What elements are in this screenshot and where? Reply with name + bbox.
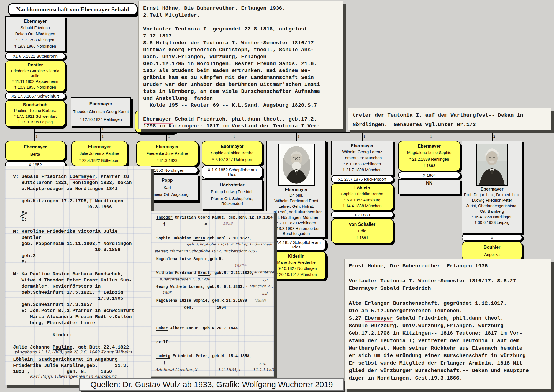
surname: Ebermayer — [400, 144, 458, 149]
surname: Ebermayer — [138, 144, 196, 149]
marriage-text: X 2.4.1857 Schopflohe am Ries — [269, 240, 324, 249]
underline-mark — [170, 289, 203, 289]
surname: Ebermayer — [204, 144, 261, 149]
marriage-text: X 1864 — [423, 173, 436, 178]
red-underline — [70, 179, 95, 180]
given-names: Pauline Rosine Barbara — [7, 108, 63, 113]
source-caption: Quellen: Dr. Gustav Wulz ab 1933, Grafik… — [79, 378, 344, 391]
marriage-pill-1: X1 27.7.1875 Rückersdorf — [331, 176, 393, 183]
handwritten-note: stetter, Pfarrer in Schopflohe 1852, Rüc… — [155, 249, 257, 253]
handwritten-note: Adelheid Caroline,X — [155, 367, 197, 372]
death-line: † 30.6.1933 Leipzig — [464, 220, 520, 225]
genealogy-chart: 1 1 1 1 1 1 1 1 1 2 Nachkommenschaft von… — [0, 0, 554, 392]
birth-line: * 6.4.1852 Augsburg — [333, 198, 391, 203]
portrait-photo-ludwig — [476, 144, 508, 186]
birth-line: * 11.11.1802 Pappenheim — [7, 79, 63, 84]
birth-line: * 15.4.1858 Nördlingen — [464, 214, 520, 219]
person-box-von-schaller: von Schaller Edle † 1891 — [331, 219, 393, 244]
title-line: Dr. phil. — [268, 193, 324, 198]
document-wulz-left: V: Sebald Friedrich Ebermayer, Pfarrer z… — [5, 166, 151, 385]
marriage-pill: X — [462, 234, 522, 241]
descent-rail — [34, 132, 493, 133]
marriage-pill-1: X1 6.5.1821 Büttelbronn — [5, 53, 65, 60]
given-names: Berta — [7, 152, 63, 157]
birth-line: * 9.10.1827 Nördlingen — [268, 266, 324, 271]
surname: Bundschuh — [7, 103, 63, 107]
handwritten-note: s.d. — [259, 361, 266, 366]
handwritten-note: 1826± — [234, 263, 247, 268]
marriage-pill-2: X2 1889 — [331, 211, 393, 218]
death-line: † 19.3.1866 Nördlingen — [7, 44, 63, 49]
person-box-ebermayer-sebald: Ebermayer Sebald Friedrich Dekan Ort: Nö… — [5, 16, 65, 52]
document-kanut-center: Theodor Christian Georg Kanut, geb.Rehl.… — [151, 211, 274, 377]
occupation: Forstrat Ort: München — [333, 155, 391, 160]
underline-mark — [198, 275, 210, 276]
place-line: Ort: Nördlingen, München — [268, 215, 324, 220]
birth-line: * 2.11.1829 Rehlingen — [268, 221, 324, 226]
birth-line: * 21.2.1838 Rehlingen — [400, 157, 458, 162]
given-names: Friederike Caroline Viktoria Julie — [7, 68, 63, 78]
occupation: Dekan Ort: Nördlingen — [7, 31, 63, 36]
handwritten-note: s.d. — [262, 292, 268, 296]
occupation: Pfarrer Ort: Schopflohe, Rückersdorf — [204, 196, 261, 206]
underline-mark — [156, 219, 173, 220]
place-line: Ort: Bamberg — [464, 209, 520, 214]
given-names: Wilhelm Georg Lorenz — [333, 149, 391, 154]
person-box-wilhelm-georg: Ebermayer Wilhelm Georg Lorenz Forstrat … — [331, 141, 393, 175]
document-snippet-right: treter der Teutonia I. auf dem Wartburgf… — [348, 108, 551, 130]
person-box-hoechstetter: Höchstetter Philipp Ludwig Friedrich Pfa… — [202, 179, 263, 209]
connector-line — [492, 132, 493, 141]
death-line: † 1893 — [400, 163, 458, 168]
person-box-magdalene: Ebermayer Magdalene Luise Sophie * 21.2.… — [398, 141, 460, 171]
underline-mark — [193, 303, 207, 303]
handwritten-note: 1.2.1834,+ — [218, 367, 241, 372]
death-line: † 21.7.1898 München — [333, 167, 391, 172]
birth-line: * 12.10.1824 Rehlingen — [73, 117, 129, 122]
given-names: Friederike Julie Pauline — [138, 151, 196, 156]
chart-title: Nachkommenschaft von Ebermayer Sebald — [8, 3, 137, 15]
handwritten-note: ∞ — [204, 221, 207, 226]
generation-tag: 1 — [233, 135, 235, 139]
generation-tag: 1 — [298, 135, 299, 139]
birth-line: * 17.5.1821 Schweinfurt — [7, 114, 63, 119]
death-line: † 1891 — [333, 235, 391, 240]
person-box-nn: NN — [398, 179, 460, 194]
person-box-ludwig: Ebermayer Prof. Dr. jur. h. c., Dr. med.… — [462, 141, 522, 233]
given-names: Theodor Christian Georg Kanut — [73, 109, 129, 114]
person-box-loeblein: Löblein Sophia Friedrika Bertha * 6.4.18… — [331, 183, 393, 211]
birth-line: * 31.3.1823 — [138, 158, 196, 163]
given-names: Ludwig Friedrich Peter — [464, 198, 520, 203]
person-box-wilhelm-ferdinand: Ebermayer Dr. phil. Wilhelm Ferdinand Er… — [266, 141, 326, 238]
marriage-text: X 1.9.1852 Schopflohe am Ries — [204, 167, 260, 177]
marriage-pill: X 1.9.1852 Schopflohe am Ries — [202, 166, 263, 178]
birth-line: * 17.2.1798 Kitzingen — [7, 37, 63, 42]
marriage-text: X1 6.5.1821 Büttelbronn — [13, 54, 58, 58]
given-names: Sophia Friedrika Bertha — [333, 191, 391, 196]
surname: Ebermayer — [7, 19, 63, 24]
marriage-text: X2 17.3.1857 Schweinfurt — [11, 94, 59, 98]
surname: Kiderlin — [268, 254, 324, 259]
surname: Ebermayer — [268, 187, 324, 192]
surname: Ebermayer — [333, 144, 391, 148]
person-box-friederike: Ebermayer Friederike Julie Pauline * 31.… — [136, 141, 198, 166]
person-box-julie: Ebermayer Julie Johanna Pauline * 22.4.1… — [71, 141, 127, 166]
underline-mark — [156, 358, 170, 359]
surname: Ebermayer — [73, 101, 129, 106]
marriage-pill: X 1864 — [398, 172, 460, 178]
surname: Dentler — [7, 63, 63, 68]
surname: Ebermayer — [73, 144, 125, 149]
handwritten-note: + München 21,7, — [245, 284, 274, 288]
person-box-bundschuh: Bundschuh Pauline Rosine Barbara * 17.5.… — [5, 100, 65, 127]
connector-line — [362, 132, 363, 141]
handwritten-note: †Augsburg 13.11.1868, geh.N. 3.6. 1849 K… — [14, 350, 132, 355]
connector-line — [100, 126, 101, 141]
connector-line — [34, 127, 35, 141]
handwritten-note: 1858 — [223, 221, 233, 226]
surname: Bouhler — [464, 245, 520, 250]
typed-text: V: Sebald Friedrich Ebermayer, Pfarrer z… — [13, 174, 135, 375]
connector-line — [429, 132, 429, 141]
handwritten-note: (1893) — [254, 298, 266, 303]
generation-tag: 1 — [102, 135, 104, 139]
given-names: Wilhelm Ferdinand Ernst — [268, 198, 324, 203]
person-box-sophie: Ebermayer Sophie Jakobine Bertha * 7.10.… — [202, 141, 263, 165]
